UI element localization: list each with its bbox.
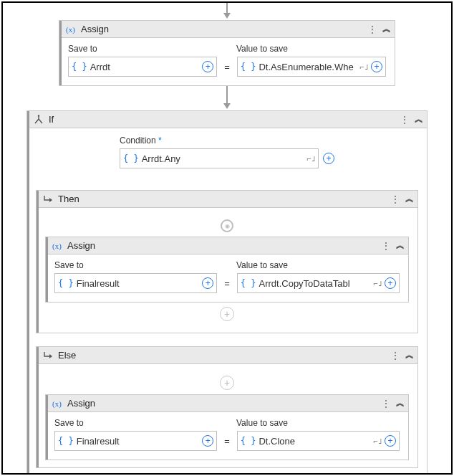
condition-label: Condition * [120, 135, 334, 146]
svg-text:(x): (x) [66, 25, 75, 34]
more-menu[interactable]: ⋮ [390, 350, 401, 361]
collapse-icon[interactable]: ︽ [396, 239, 402, 252]
save-to-input[interactable]: { } Finalresult + [54, 431, 217, 451]
save-to-label: Save to [68, 44, 218, 54]
add-button[interactable]: + [202, 435, 213, 447]
add-activity-button[interactable]: + [45, 376, 409, 390]
activity-title: Assign [67, 240, 377, 251]
value-label: Value to save [236, 418, 400, 428]
workflow-canvas: (x) Assign ⋮ ︽ Save to Value to save { }… [1, 1, 453, 475]
svg-marker-8 [49, 354, 52, 358]
save-to-input[interactable]: { } Finalresult + [54, 273, 217, 293]
save-to-input[interactable]: { } Arrdt + [68, 57, 217, 77]
variable-icon: (x) [65, 24, 77, 35]
more-menu[interactable]: ⋮ [367, 24, 378, 35]
svg-point-5 [38, 115, 39, 116]
assign-activity-else[interactable]: (x) Assign ⋮ ︽ Save to Value to save { }… [45, 394, 409, 460]
add-button[interactable]: + [202, 277, 213, 289]
braces-icon: { } [241, 436, 256, 446]
add-button[interactable]: + [385, 277, 396, 289]
svg-text:(x): (x) [52, 399, 62, 409]
expand-icon[interactable]: ⌐˩ [374, 279, 382, 288]
value-label: Value to save [236, 44, 386, 54]
sub-arrow-icon [42, 194, 54, 205]
add-button[interactable]: + [371, 61, 382, 72]
condition-input[interactable]: { } Arrdt.Any ⌐˩ [120, 148, 319, 168]
branch-icon [33, 114, 44, 125]
activity-title: Assign [81, 24, 363, 34]
activity-title: Then [58, 194, 386, 204]
braces-icon: { } [72, 62, 87, 72]
braces-icon: { } [241, 62, 256, 72]
equals-icon: = [223, 62, 231, 72]
assign-activity-then[interactable]: (x) Assign ⋮ ︽ Save to Value to save { }… [45, 237, 409, 303]
save-to-label: Save to [54, 260, 218, 270]
svg-marker-1 [223, 13, 231, 19]
add-button[interactable]: + [385, 435, 396, 447]
variable-icon: (x) [52, 398, 63, 409]
collapse-icon[interactable]: ︽ [405, 349, 412, 361]
more-menu[interactable]: ⋮ [390, 194, 401, 205]
add-activity-button[interactable]: + [45, 307, 409, 321]
braces-icon: { } [58, 436, 74, 446]
collapse-icon[interactable]: ︽ [396, 397, 402, 409]
svg-text:(x): (x) [52, 242, 62, 251]
expand-icon[interactable]: ⌐˩ [307, 154, 315, 163]
add-activity-icon[interactable]: ◉ [45, 219, 409, 232]
value-label: Value to save [236, 260, 400, 270]
then-activity[interactable]: Then ⋮ ︽ ◉ (x) Assign ⋮ ︽ Save to Value … [36, 190, 418, 333]
arrow-in-icon [221, 3, 233, 20]
if-activity[interactable]: If ⋮ ︽ Condition * { } Arrdt.Any ⌐˩ + Th… [26, 110, 428, 475]
value-input[interactable]: { } Dt.AsEnumerable.Whe ⌐˩ + [237, 57, 386, 77]
svg-marker-4 [223, 103, 231, 109]
equals-icon: = [223, 436, 231, 447]
sub-arrow-icon [42, 350, 54, 361]
more-menu[interactable]: ⋮ [400, 114, 410, 125]
else-activity[interactable]: Else ⋮ ︽ + (x) Assign ⋮ ︽ Save to Value … [36, 346, 418, 468]
connector-arrow-icon [221, 86, 233, 110]
value-input[interactable]: { } Arrdt.CopyToDataTabl ⌐˩ + [237, 273, 400, 293]
braces-icon: { } [123, 153, 139, 163]
activity-title: Assign [67, 398, 377, 409]
more-menu[interactable]: ⋮ [381, 240, 392, 252]
activity-title: Else [58, 350, 386, 361]
more-menu[interactable]: ⋮ [381, 398, 392, 409]
collapse-icon[interactable]: ︽ [415, 113, 421, 125]
value-input[interactable]: { } Dt.Clone ⌐˩ + [237, 431, 400, 451]
save-to-label: Save to [54, 418, 218, 428]
svg-marker-6 [49, 198, 52, 202]
equals-icon: = [223, 278, 231, 289]
braces-icon: { } [58, 278, 74, 288]
collapse-icon[interactable]: ︽ [382, 23, 389, 35]
expand-icon[interactable]: ⌐˩ [374, 437, 382, 446]
add-button[interactable]: + [323, 153, 334, 164]
variable-icon: (x) [52, 240, 63, 252]
activity-title: If [49, 114, 395, 125]
collapse-icon[interactable]: ︽ [405, 193, 412, 205]
assign-activity-1[interactable]: (x) Assign ⋮ ︽ Save to Value to save { }… [59, 20, 395, 86]
expand-icon[interactable]: ⌐˩ [360, 62, 368, 72]
braces-icon: { } [241, 278, 256, 288]
add-button[interactable]: + [202, 61, 213, 72]
